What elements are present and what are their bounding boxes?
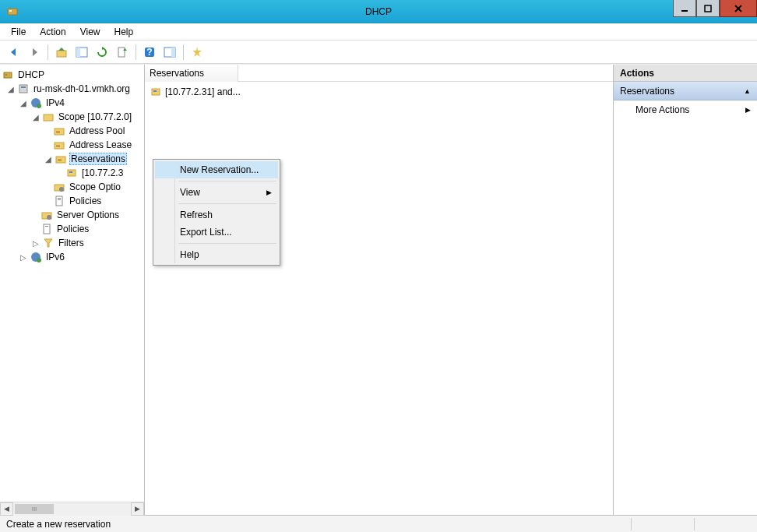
actions-item-label: More Actions bbox=[636, 100, 689, 119]
cm-label: Export List... bbox=[180, 227, 232, 238]
tree-label: [10.77.2.3 bbox=[80, 167, 125, 178]
export-button[interactable] bbox=[113, 43, 132, 62]
context-menu: New Reservation... View ▶ Refresh Export… bbox=[153, 159, 280, 266]
cm-help[interactable]: Help bbox=[155, 246, 278, 263]
show-hide-tree-button[interactable] bbox=[72, 43, 91, 62]
expander-icon[interactable]: ◢ bbox=[44, 155, 53, 164]
ipv4-icon bbox=[30, 97, 42, 109]
ipv6-icon bbox=[30, 251, 42, 263]
tree-label: Scope [10.77.2.0] bbox=[57, 111, 133, 122]
expander-icon[interactable]: ▷ bbox=[19, 253, 28, 262]
toolbar-separator bbox=[183, 44, 184, 60]
svg-rect-31 bbox=[56, 196, 62, 206]
tree-ipv4[interactable]: ◢ IPv4 bbox=[0, 96, 144, 110]
toolbar-separator bbox=[48, 44, 48, 60]
main-area: DHCP ◢ ru-msk-dh-01.vmkh.org ◢ IPv4 ◢ Sc… bbox=[0, 64, 757, 515]
tree-label: Server Options bbox=[55, 210, 121, 220]
scroll-thumb[interactable]: III bbox=[15, 504, 54, 514]
toolbar-separator bbox=[136, 44, 136, 60]
new-reservation-button[interactable] bbox=[188, 43, 206, 62]
help-button[interactable]: ? bbox=[140, 43, 159, 62]
filters-icon bbox=[42, 237, 55, 249]
tree-panel: DHCP ◢ ru-msk-dh-01.vmkh.org ◢ IPv4 ◢ Sc… bbox=[0, 65, 145, 515]
svg-rect-1 bbox=[9, 10, 12, 12]
cm-label: Refresh bbox=[180, 210, 213, 220]
tree-label: DHCP bbox=[16, 69, 46, 80]
tree-server-options[interactable]: Server Options bbox=[0, 208, 144, 222]
tree-reservations[interactable]: ◢ Reservations bbox=[0, 152, 144, 166]
scroll-right-button[interactable]: ▶ bbox=[131, 502, 144, 516]
tree-policies-2[interactable]: Policies bbox=[0, 222, 144, 236]
list-body[interactable]: [10.77.2.31] and... bbox=[145, 82, 613, 515]
tree-label: Filters bbox=[57, 238, 86, 248]
tree-policies[interactable]: Policies bbox=[0, 194, 144, 208]
folder-icon bbox=[55, 153, 67, 165]
show-hide-action-button[interactable] bbox=[160, 43, 179, 62]
tree-label: IPv6 bbox=[44, 252, 66, 262]
expander-icon[interactable]: ◢ bbox=[19, 99, 28, 107]
menu-action[interactable]: Action bbox=[33, 24, 72, 40]
expander-icon[interactable]: ◢ bbox=[6, 85, 16, 93]
expander-icon[interactable]: ◢ bbox=[31, 113, 40, 122]
menu-view[interactable]: View bbox=[74, 24, 107, 40]
cm-label: Help bbox=[180, 249, 199, 260]
scroll-left-button[interactable]: ◀ bbox=[0, 502, 13, 516]
tree-label: ru-msk-dh-01.vmkh.org bbox=[32, 83, 132, 94]
folder-icon bbox=[53, 181, 65, 193]
close-button[interactable] bbox=[720, 0, 757, 17]
dhcp-icon bbox=[2, 69, 14, 81]
back-button[interactable] bbox=[5, 43, 23, 62]
svg-rect-32 bbox=[58, 198, 61, 199]
expander-icon[interactable]: ▷ bbox=[31, 239, 40, 248]
menu-file[interactable]: File bbox=[5, 24, 32, 40]
list-header: Reservations bbox=[145, 65, 613, 82]
statusbar-cell bbox=[695, 516, 757, 533]
tree-address-pool[interactable]: Address Pool bbox=[0, 124, 144, 138]
svg-rect-16 bbox=[19, 85, 27, 93]
cm-export-list[interactable]: Export List... bbox=[155, 224, 278, 241]
policies-icon bbox=[40, 223, 53, 235]
maximize-button[interactable] bbox=[696, 0, 720, 17]
tree-scope-options[interactable]: Scope Optio bbox=[0, 180, 144, 194]
forward-button[interactable] bbox=[25, 43, 44, 62]
folder-icon bbox=[53, 125, 65, 137]
refresh-button[interactable] bbox=[93, 43, 111, 62]
folder-icon bbox=[42, 111, 55, 123]
menu-help[interactable]: Help bbox=[108, 24, 140, 40]
folder-icon bbox=[53, 139, 65, 151]
svg-rect-0 bbox=[8, 9, 17, 15]
reservation-icon bbox=[150, 86, 162, 98]
minimize-button[interactable] bbox=[673, 0, 696, 17]
cm-separator bbox=[178, 203, 276, 204]
tree-server[interactable]: ◢ ru-msk-dh-01.vmkh.org bbox=[0, 82, 144, 96]
tree-content[interactable]: DHCP ◢ ru-msk-dh-01.vmkh.org ◢ IPv4 ◢ Sc… bbox=[0, 65, 144, 502]
tree-reservation-item[interactable]: [10.77.2.3 bbox=[0, 166, 144, 180]
up-button[interactable] bbox=[52, 43, 71, 62]
svg-point-30 bbox=[59, 187, 64, 192]
title-bar: DHCP bbox=[0, 0, 757, 23]
cm-new-reservation[interactable]: New Reservation... bbox=[155, 161, 278, 178]
tree-scope[interactable]: ◢ Scope [10.77.2.0] bbox=[0, 110, 144, 124]
tree-root[interactable]: DHCP bbox=[0, 68, 144, 82]
window-controls bbox=[673, 0, 757, 19]
cm-refresh[interactable]: Refresh bbox=[155, 206, 278, 224]
list-item[interactable]: [10.77.2.31] and... bbox=[150, 85, 608, 99]
scroll-track[interactable]: III bbox=[13, 502, 131, 516]
cm-view[interactable]: View ▶ bbox=[155, 184, 278, 201]
submenu-arrow-icon: ▶ bbox=[745, 100, 751, 119]
tree-ipv6[interactable]: ▷ IPv6 bbox=[0, 250, 144, 264]
tree-address-leases[interactable]: Address Lease bbox=[0, 138, 144, 152]
server-icon bbox=[17, 83, 30, 95]
svg-point-19 bbox=[37, 104, 41, 108]
actions-more-actions[interactable]: More Actions ▶ bbox=[614, 100, 757, 119]
svg-rect-9 bbox=[118, 48, 125, 57]
list-column-header[interactable]: Reservations bbox=[145, 65, 238, 82]
svg-rect-8 bbox=[76, 48, 80, 57]
svg-rect-24 bbox=[56, 145, 60, 147]
actions-section[interactable]: Reservations ▲ bbox=[614, 82, 757, 100]
svg-rect-37 bbox=[45, 226, 48, 227]
tree-filters[interactable]: ▷ Filters bbox=[0, 236, 144, 250]
svg-rect-14 bbox=[4, 72, 12, 78]
tree-horizontal-scrollbar[interactable]: ◀ III ▶ bbox=[0, 502, 144, 515]
actions-section-label: Reservations bbox=[620, 82, 674, 100]
